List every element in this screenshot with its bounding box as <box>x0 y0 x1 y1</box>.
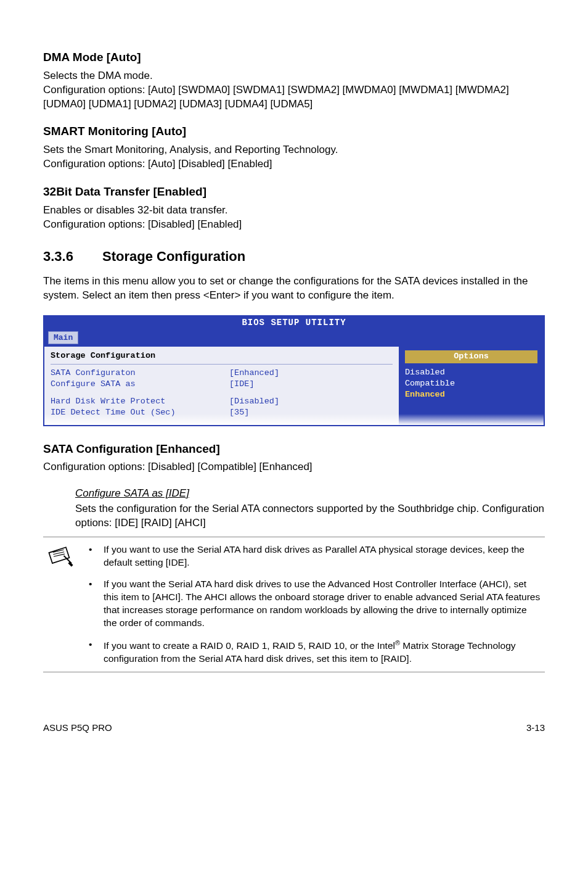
bit32-line2: Configuration options: [Disabled] [Enabl… <box>43 218 242 230</box>
page-footer: ASUS P5Q PRO 3-13 <box>43 722 545 734</box>
section-title: Storage Configuration <box>102 249 245 264</box>
smart-body: Sets the Smart Monitoring, Analysis, and… <box>43 143 545 171</box>
bios-row-hd-write-protect: Hard Disk Write Protect [Disabled] <box>51 396 393 407</box>
section-heading: 3.3.6Storage Configuration <box>43 247 545 266</box>
bit32-heading: 32Bit Data Transfer [Enabled] <box>43 184 545 200</box>
bios-value: [35] <box>229 407 249 418</box>
section-number: 3.3.6 <box>43 247 102 266</box>
footer-right: 3-13 <box>526 722 545 734</box>
bit32-line1: Enables or disables 32-bit data transfer… <box>43 204 228 216</box>
bios-row-configure-sata-as: Configure SATA as [IDE] <box>51 379 393 390</box>
configure-sata-body: Sets the configuration for the Serial AT… <box>75 502 545 530</box>
footer-left: ASUS P5Q PRO <box>43 722 112 734</box>
bit32-body: Enables or disables 32-bit data transfer… <box>43 204 545 232</box>
bios-label: Configure SATA as <box>51 379 229 390</box>
bios-option-disabled: Disabled <box>405 367 537 378</box>
configure-sata-subsection: Configure SATA as [IDE] Sets the configu… <box>75 487 545 530</box>
bios-value: [Enhanced] <box>229 368 279 379</box>
note-text-3a: If you want to create a RAID 0, RAID 1, … <box>104 640 395 651</box>
bios-tab-row: Main <box>43 330 545 347</box>
bios-options-panel: Options Disabled Compatible Enhanced <box>399 347 544 424</box>
bios-value: [Disabled] <box>229 396 279 407</box>
bios-row-ide-detect-timeout: IDE Detect Time Out (Sec) [35] <box>51 407 393 418</box>
configure-sata-subheading: Configure SATA as [IDE] <box>75 487 545 501</box>
note-text-1: If you want to use the Serial ATA hard d… <box>104 543 541 569</box>
note-text-2: If you want the Serial ATA hard disk dri… <box>104 578 541 630</box>
sata-config-body: Configuration options: [Disabled] [Compa… <box>43 460 545 474</box>
bullet-icon: • <box>81 543 104 569</box>
dma-line2: Configuration options: [Auto] [SWDMA0] [… <box>43 84 509 110</box>
dma-mode-body: Selects the DMA mode. Configuration opti… <box>43 69 545 112</box>
note-box: • If you want to use the Serial ATA hard… <box>43 537 545 672</box>
svg-line-1 <box>53 552 64 555</box>
dma-line1: Selects the DMA mode. <box>43 70 153 81</box>
note-text-3: If you want to create a RAID 0, RAID 1, … <box>104 638 541 666</box>
bios-left-panel: Storage Configuration SATA Configuraton … <box>44 347 399 424</box>
bios-setup-screenshot: BIOS SETUP UTILITY Main Storage Configur… <box>43 315 545 426</box>
dma-mode-heading: DMA Mode [Auto] <box>43 49 545 65</box>
bios-option-compatible: Compatible <box>405 378 537 389</box>
note-item-1: • If you want to use the Serial ATA hard… <box>81 543 541 569</box>
bios-options-title: Options <box>405 350 537 363</box>
bullet-icon: • <box>81 578 104 630</box>
smart-line1: Sets the Smart Monitoring, Analysis, and… <box>43 144 338 155</box>
svg-line-2 <box>54 554 65 556</box>
smart-heading: SMART Monitoring [Auto] <box>43 123 545 139</box>
note-item-3: • If you want to create a RAID 0, RAID 1… <box>81 638 541 666</box>
note-icon <box>47 543 81 576</box>
note-list: • If you want to use the Serial ATA hard… <box>81 543 541 666</box>
section-intro: The items in this menu allow you to set … <box>43 274 545 303</box>
bios-label: IDE Detect Time Out (Sec) <box>51 407 229 418</box>
note-item-2: • If you want the Serial ATA hard disk d… <box>81 578 541 630</box>
bullet-icon: • <box>81 638 104 666</box>
bios-label: SATA Configuraton <box>51 368 229 379</box>
registered-symbol: ® <box>395 639 400 646</box>
bios-panel-title: Storage Configuration <box>51 350 393 364</box>
smart-line2: Configuration options: [Auto] [Disabled]… <box>43 158 272 170</box>
bios-label: Hard Disk Write Protect <box>51 396 229 407</box>
bios-title: BIOS SETUP UTILITY <box>43 315 545 330</box>
bios-tab-main: Main <box>48 331 78 345</box>
bios-value: [IDE] <box>229 379 255 390</box>
bios-row-sata-config: SATA Configuraton [Enhanced] <box>51 368 393 379</box>
sata-config-heading: SATA Configuration [Enhanced] <box>43 441 545 457</box>
bios-option-enhanced: Enhanced <box>405 389 537 400</box>
